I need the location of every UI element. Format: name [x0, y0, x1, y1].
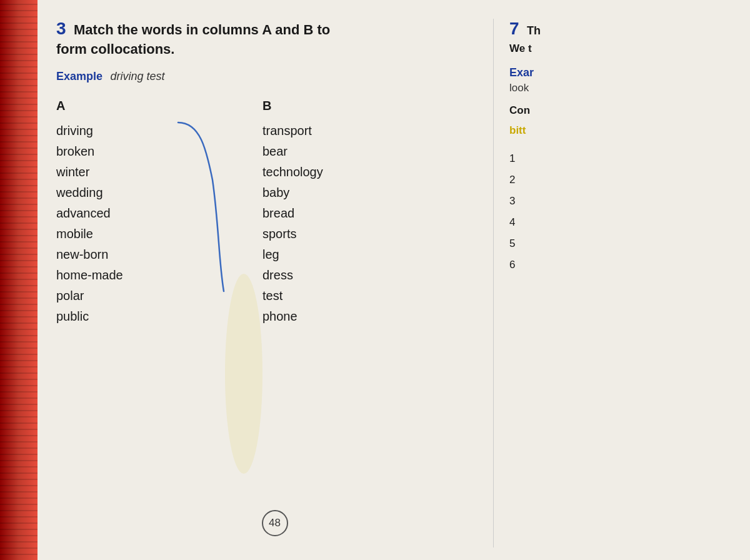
exercise-title: Match the words in columns A and B to: [74, 22, 330, 38]
list-item: phone: [262, 306, 419, 327]
example-label: Example: [56, 70, 102, 82]
left-page: 3 Match the words in columns A and B to …: [56, 19, 494, 548]
list-item: advanced: [56, 203, 212, 224]
right-numbers: 1 2 3 4 5 6: [509, 148, 669, 276]
columns-container: A driving broken winter wedding advanced…: [56, 99, 481, 327]
list-item: winter: [56, 162, 212, 182]
list-item: driving: [56, 121, 212, 141]
list-item: 5: [509, 233, 669, 254]
example-line: Example driving test: [56, 70, 481, 83]
right-look-text: look: [509, 82, 669, 94]
list-item: baby: [262, 182, 419, 203]
list-item: bread: [262, 203, 419, 224]
list-item: technology: [262, 162, 419, 182]
column-a-header: A: [56, 99, 212, 113]
page-container: 3 Match the words in columns A and B to …: [0, 0, 750, 560]
list-item: leg: [262, 244, 419, 265]
exercise-number: 3: [56, 19, 66, 38]
list-item: home-made: [56, 265, 212, 286]
right-page: 7 Th We t Exar look Con bitt 1 2 3 4 5 6: [494, 19, 669, 548]
list-item: mobile: [56, 224, 212, 244]
right-partial-text: Th: [527, 24, 541, 37]
book-spine: [0, 0, 38, 560]
main-content: 3 Match the words in columns A and B to …: [38, 0, 750, 560]
list-item: 3: [509, 191, 669, 212]
list-item: wedding: [56, 182, 212, 203]
list-item: 4: [509, 212, 669, 233]
right-exam-label: Exar: [509, 66, 669, 79]
spine-pattern: [0, 0, 38, 560]
yellow-stain: [225, 274, 262, 474]
list-item: sports: [262, 224, 419, 244]
right-exercise-number: 7: [509, 19, 519, 38]
right-bitt-text: bitt: [509, 124, 669, 137]
list-item: polar: [56, 286, 212, 306]
right-exercise-header: 7 Th: [509, 19, 669, 39]
page-number: 48: [262, 510, 288, 536]
example-text: driving test: [111, 70, 165, 82]
list-item: bear: [262, 141, 419, 162]
right-com-text: Con: [509, 104, 669, 117]
list-item: 6: [509, 254, 669, 276]
list-item: dress: [262, 265, 419, 286]
right-we-text: We t: [509, 42, 669, 55]
list-item: test: [262, 286, 419, 306]
list-item: public: [56, 306, 212, 327]
column-b: B transport bear technology baby bread s…: [262, 99, 419, 327]
exercise-header: 3 Match the words in columns A and B to …: [56, 19, 481, 58]
column-b-header: B: [262, 99, 419, 113]
exercise-title-line2: form collocations.: [56, 41, 481, 58]
list-item: 2: [509, 169, 669, 191]
list-item: broken: [56, 141, 212, 162]
list-item: new-born: [56, 244, 212, 265]
list-item: 1: [509, 148, 669, 169]
list-item: transport: [262, 121, 419, 141]
column-a: A driving broken winter wedding advanced…: [56, 99, 212, 327]
